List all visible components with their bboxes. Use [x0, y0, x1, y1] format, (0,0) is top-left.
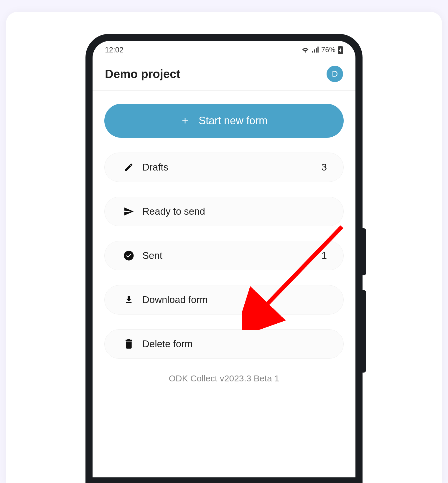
delete-form-label: Delete form [142, 338, 327, 350]
trash-icon [117, 339, 141, 349]
start-new-form-label: Start new form [199, 115, 268, 127]
signal-icon [312, 47, 319, 53]
plus-icon [180, 116, 190, 125]
menu-list: Drafts 3 Ready to send Sent 1 [104, 153, 344, 359]
delete-form-item[interactable]: Delete form [104, 329, 344, 359]
download-form-item[interactable]: Download form [104, 285, 344, 315]
pencil-icon [117, 162, 141, 172]
sent-count: 1 [322, 250, 327, 261]
status-time: 12:02 [105, 46, 123, 54]
check-circle-icon [117, 250, 141, 261]
download-form-label: Download form [142, 294, 327, 305]
start-new-form-button[interactable]: Start new form [104, 104, 344, 138]
drafts-label: Drafts [142, 162, 322, 173]
battery-text: 76% [321, 46, 335, 54]
download-icon [117, 295, 141, 305]
phone-side-button [363, 290, 366, 373]
avatar[interactable]: D [327, 66, 343, 82]
status-indicators: 76% [301, 46, 343, 54]
phone-screen: 12:02 76% Demo project D Start new form [93, 41, 355, 477]
status-bar: 12:02 76% [93, 41, 355, 59]
sent-item[interactable]: Sent 1 [104, 241, 344, 270]
main-content: Start new form Drafts 3 Ready to send [93, 91, 355, 383]
page-title: Demo project [105, 67, 180, 81]
phone-side-button [363, 228, 366, 275]
ready-to-send-item[interactable]: Ready to send [104, 197, 344, 226]
app-bar: Demo project D [93, 59, 355, 91]
send-icon [117, 206, 141, 217]
wifi-icon [301, 46, 309, 53]
sent-label: Sent [142, 250, 322, 261]
ready-to-send-label: Ready to send [142, 206, 327, 217]
drafts-item[interactable]: Drafts 3 [104, 153, 344, 182]
version-text: ODK Collect v2023.3 Beta 1 [104, 373, 344, 383]
drafts-count: 3 [322, 162, 327, 173]
phone-frame: 12:02 76% Demo project D Start new form [85, 34, 363, 483]
battery-icon [338, 46, 343, 54]
